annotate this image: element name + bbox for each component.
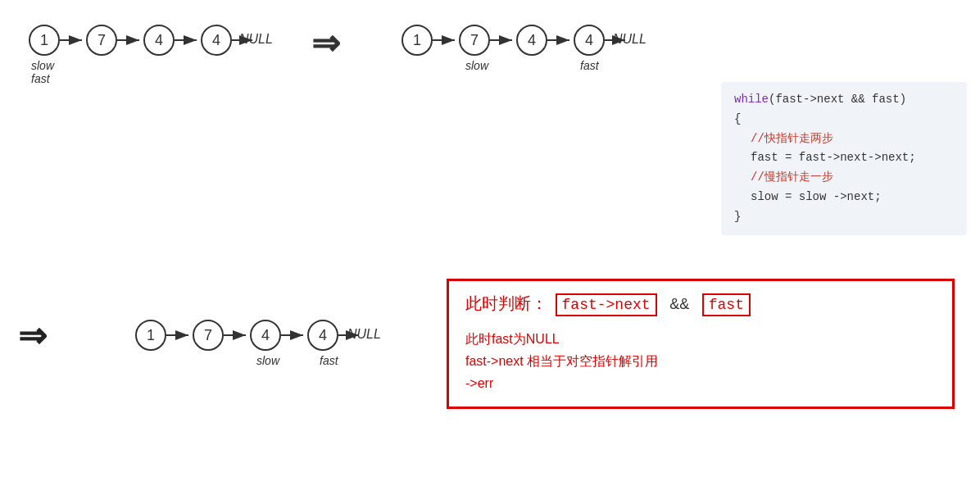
node-r2-1: 1 xyxy=(402,25,433,56)
node-r1-4b: 4 xyxy=(201,25,232,56)
code-fast-next: fast->next xyxy=(556,293,657,316)
slow-label-r1: slow xyxy=(31,59,54,72)
red-box-body: 此时fast为NULL fast->next 相当于对空指针解引用 ->err xyxy=(465,328,936,395)
null-r3: NULL xyxy=(347,327,381,342)
code-block: while(fast->next && fast) { //快指针走两步 fas… xyxy=(721,82,967,235)
null-r2: NULL xyxy=(613,32,647,47)
code-line1: while(fast->next && fast) xyxy=(734,90,954,110)
code-line7: } xyxy=(734,207,954,227)
big-arrow-row1: ⇒ xyxy=(311,23,340,63)
red-box-title: 此时判断： fast->next && fast xyxy=(465,293,936,316)
code-line2: { xyxy=(734,110,954,129)
code-line5: //慢指针走一步 xyxy=(734,168,954,188)
node-r1-1: 1 xyxy=(29,25,60,56)
fast-label-r2: fast xyxy=(580,59,599,72)
diagram-area: 1 7 4 4 NULL slow fast ⇒ 1 7 4 4 NULL sl… xyxy=(0,0,980,477)
slow-label-r3: slow xyxy=(256,354,279,367)
node-r3-4a: 4 xyxy=(250,320,281,351)
node-r3-1: 1 xyxy=(135,320,166,351)
null-r1: NULL xyxy=(239,32,273,47)
node-r2-4b: 4 xyxy=(574,25,605,56)
fast-label-r3: fast xyxy=(320,354,338,367)
fast-label-r1: fast xyxy=(31,72,50,85)
code-fast: fast xyxy=(702,293,751,316)
node-r1-4a: 4 xyxy=(143,25,175,56)
red-box: 此时判断： fast->next && fast 此时fast为NULL fas… xyxy=(447,279,955,409)
slow-label-r2: slow xyxy=(465,59,488,72)
and-text: && xyxy=(669,296,689,312)
node-r3-4b: 4 xyxy=(307,320,338,351)
node-r3-7: 7 xyxy=(193,320,224,351)
code-line4: fast = fast->next->next; xyxy=(734,148,954,168)
big-arrow-row3: ⇒ xyxy=(18,316,47,356)
code-line3: //快指针走两步 xyxy=(734,129,954,149)
code-line6: slow = slow ->next; xyxy=(734,188,954,207)
node-r2-7: 7 xyxy=(459,25,490,56)
node-r1-7: 7 xyxy=(86,25,117,56)
node-r2-4a: 4 xyxy=(516,25,547,56)
